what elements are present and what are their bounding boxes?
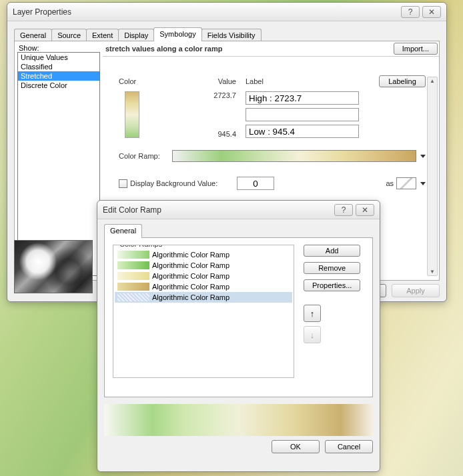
remove-button[interactable]: Remove (304, 262, 360, 274)
bg-color-picker[interactable] (396, 177, 416, 189)
tab-extent[interactable]: Extent (86, 29, 119, 41)
display-bg-label: Display Background Value: (130, 179, 237, 187)
close-button[interactable]: ✕ (422, 6, 441, 18)
tab-display[interactable]: Display (118, 29, 154, 41)
ecr-side-panel: Add Remove Properties... ↑ ↓ (304, 245, 360, 390)
ramp-swatch-icon (117, 251, 149, 259)
ramp-swatch-icon (117, 293, 149, 301)
ramp-item-2[interactable]: Algorithmic Color Ramp (115, 271, 292, 281)
ramp-item-label: Algorithmic Color Ramp (152, 293, 229, 301)
display-bg-checkbox[interactable] (119, 179, 127, 188)
color-ramps-legend: Color Ramps (117, 245, 164, 248)
description-text: stretch values along a color ramp (104, 45, 394, 53)
preview-thumbnail (14, 240, 93, 293)
ramp-item-label: Algorithmic Color Ramp (152, 261, 229, 269)
ecr-body: General Color Ramps Algorithmic Color Ra… (97, 219, 380, 460)
apply-button[interactable]: Apply (392, 284, 440, 297)
ecr-cancel-button[interactable]: Cancel (325, 440, 373, 453)
bg-value-input[interactable] (237, 177, 274, 190)
value-high: 2723.7 (145, 91, 236, 99)
ramp-item-1[interactable]: Algorithmic Color Ramp (115, 260, 292, 271)
value-header: Value (145, 77, 246, 85)
show-label: Show: (17, 44, 100, 52)
import-button[interactable]: Import... (394, 43, 438, 55)
ramp-item-0[interactable]: Algorithmic Color Ramp (115, 249, 292, 260)
label-header: Label (246, 77, 279, 85)
color-ramps-groupbox: Color Ramps Algorithmic Color Ramp Algor… (113, 245, 294, 378)
color-ramp-label: Color Ramp: (119, 152, 172, 160)
ecr-tab-general[interactable]: General (104, 224, 142, 238)
arrow-down-icon: ↓ (310, 330, 315, 340)
ramp-item-4[interactable]: Algorithmic Color Ramp (115, 292, 292, 303)
show-item-unique-values[interactable]: Unique Values (18, 53, 99, 62)
window-title: Layer Properties (13, 7, 398, 17)
ecr-title-bar: Edit Color Ramp ? ✕ (97, 201, 380, 219)
tab-strip: General Source Extent Display Symbology … (14, 27, 440, 41)
move-down-button[interactable]: ↓ (304, 326, 321, 343)
label-high-input[interactable] (246, 91, 359, 105)
color-swatch[interactable] (125, 91, 139, 138)
ecr-tab-strip: General (104, 223, 373, 238)
show-item-discrete-color[interactable]: Discrete Color (18, 81, 99, 90)
label-low-input[interactable] (246, 125, 359, 138)
ecr-help-button[interactable]: ? (334, 204, 353, 216)
as-label: as (386, 179, 394, 187)
show-item-classified[interactable]: Classified (18, 62, 99, 71)
ramp-swatch-icon (117, 272, 149, 280)
move-up-button[interactable]: ↑ (304, 305, 321, 322)
labeling-button[interactable]: Labeling (379, 75, 426, 87)
ramp-item-label: Algorithmic Color Ramp (152, 251, 229, 259)
ecr-title: Edit Color Ramp (103, 205, 332, 215)
ecr-dialog-buttons: OK Cancel (104, 436, 373, 453)
label-mid-input[interactable] (246, 108, 359, 121)
value-low: 945.4 (145, 130, 236, 138)
edit-color-ramp-window: Edit Color Ramp ? ✕ General Color Ramps … (97, 200, 380, 472)
help-button[interactable]: ? (401, 6, 420, 18)
tab-symbology[interactable]: Symbology (153, 27, 201, 41)
ramp-swatch-icon (117, 261, 149, 269)
ramp-item-label: Algorithmic Color Ramp (152, 272, 229, 280)
properties-button[interactable]: Properties... (304, 279, 360, 291)
tab-source[interactable]: Source (51, 29, 87, 41)
arrow-up-icon: ↑ (310, 309, 315, 319)
ecr-close-button[interactable]: ✕ (356, 204, 374, 216)
title-bar: Layer Properties ? ✕ (7, 3, 446, 21)
ramp-item-label: Algorithmic Color Ramp (152, 283, 229, 291)
tab-fields-visibility[interactable]: Fields Visibility (201, 29, 262, 41)
tab-general[interactable]: General (14, 29, 52, 41)
bg-color-dropdown-arrow[interactable] (420, 182, 426, 185)
ramp-preview (104, 404, 373, 436)
scrollbar-vertical[interactable] (427, 77, 438, 276)
color-ramp-dropdown[interactable] (172, 150, 416, 162)
color-header: Color (119, 77, 145, 85)
color-ramp-dropdown-arrow[interactable] (420, 155, 426, 158)
add-button[interactable]: Add (304, 245, 360, 257)
description-row: stretch values along a color ramp Import… (103, 41, 439, 57)
ramp-swatch-icon (117, 283, 149, 291)
ramp-item-3[interactable]: Algorithmic Color Ramp (115, 281, 292, 292)
show-item-stretched[interactable]: Stretched (18, 71, 99, 81)
ecr-ok-button[interactable]: OK (272, 440, 320, 453)
ecr-panel: Color Ramps Algorithmic Color Ramp Algor… (104, 237, 373, 397)
